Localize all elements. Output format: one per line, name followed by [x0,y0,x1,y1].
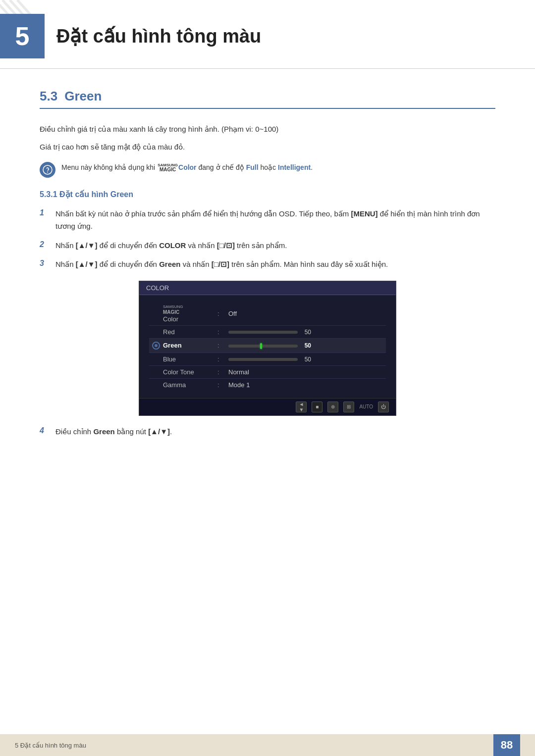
chapter-header: 5 Đặt cấu hình tông màu [0,0,535,69]
description-2: Giá trị cao hơn sẽ tăng mật độ của màu đ… [40,141,495,153]
slider-track-blue [228,358,298,361]
osd-value-magic: Off [228,310,386,317]
osd-label-magic: SAMSUNG MAGIC Color [163,304,217,323]
selection-indicator [152,341,160,350]
slider-num-green: 50 [305,342,311,349]
osd-buttons-bar: ◄▼ ■ ⊕ ⊞ AUTO ⏻ [139,398,396,415]
osd-value-red: 50 [228,328,386,336]
step-text-4: Điều chỉnh Green bằng nút [▲/▼]. [55,426,172,438]
svg-point-7 [155,344,158,347]
osd-btn-auto-label: AUTO [359,404,373,409]
subsection-heading: 5.3.1 Đặt cấu hình Green [40,190,495,199]
osd-btn-power: ⏻ [378,402,389,412]
note-text: Menu này không khả dụng khi SAMSUNGMAGIC… [61,162,313,173]
step-text-3: Nhấn [▲/▼] để di chuyển đến Green và nhấ… [55,258,388,271]
section-heading: 5.3 Green [40,89,495,109]
svg-point-5 [47,172,48,173]
chapter-number: 5 [0,14,45,58]
page-content: 5.3 Green Điều chỉnh giá trị của màu xan… [0,69,535,487]
osd-label-green: Green [163,342,217,349]
step-number-4: 4 [40,426,49,435]
description-1: Điều chỉnh giá trị của màu xanh lá cây t… [40,123,495,136]
steps-list-4: 4 Điều chỉnh Green bằng nút [▲/▼]. [40,426,495,438]
osd-label-red: Red [163,328,217,336]
section-number: 5.3 [40,89,57,104]
section-title: Green [64,89,102,104]
osd-screenshot: COLOR SAMSUNG MAGIC Color : Off Red : [139,281,396,416]
osd-value-green: 50 [228,342,386,349]
osd-row-color-tone: Color Tone : Normal [149,366,386,379]
slider-cursor-green [260,343,262,349]
osd-title: COLOR [139,281,396,295]
slider-num-blue: 50 [305,356,311,363]
osd-row-red: Red : 50 [149,326,386,339]
osd-row-gamma: Gamma : Mode 1 [149,379,386,391]
osd-row-blue: Blue : 50 [149,353,386,366]
steps-list: 1 Nhấn bất kỳ nút nào ở phía trước sản p… [40,208,495,271]
osd-body: SAMSUNG MAGIC Color : Off Red : 50 [139,295,396,398]
step-number-1: 1 [40,208,49,217]
osd-label-color-tone: Color Tone [163,368,217,376]
slider-num-red: 50 [305,329,311,336]
osd-value-color-tone: Normal [228,368,386,376]
osd-btn-back: ⊞ [343,402,354,412]
chapter-title: Đặt cấu hình tông màu [56,25,261,47]
note-icon [40,162,55,178]
slider-track-red [228,331,298,334]
osd-value-gamma: Mode 1 [228,381,386,389]
step-number-3: 3 [40,259,49,268]
footer-text: 5 Đặt cấu hình tông màu [15,742,86,749]
step-1: 1 Nhấn bất kỳ nút nào ở phía trước sản p… [40,208,495,233]
note-box: Menu này không khả dụng khi SAMSUNGMAGIC… [40,162,495,178]
osd-row-magic-color: SAMSUNG MAGIC Color : Off [149,302,386,326]
step-4: 4 Điều chỉnh Green bằng nút [▲/▼]. [40,426,495,438]
osd-label-gamma: Gamma [163,381,217,389]
osd-btn-down: ■ [312,402,322,412]
footer-page-number: 88 [493,734,520,756]
page-footer: 5 Đặt cấu hình tông màu 88 [0,734,535,756]
osd-btn-left: ◄▼ [296,402,307,412]
step-text-1: Nhấn bất kỳ nút nào ở phía trước sản phẩ… [55,208,495,233]
step-text-2: Nhấn [▲/▼] để di chuyển đến COLOR và nhấ… [55,240,287,252]
step-number-2: 2 [40,240,49,249]
osd-value-blue: 50 [228,355,386,363]
slider-track-green [228,345,298,348]
step-2: 2 Nhấn [▲/▼] để di chuyển đến COLOR và n… [40,240,495,252]
osd-btn-enter: ⊕ [327,402,338,412]
step-3: 3 Nhấn [▲/▼] để di chuyển đến Green và n… [40,258,495,271]
osd-row-icon-green [149,341,163,350]
osd-label-blue: Blue [163,355,217,363]
osd-row-green: Green : 50 [149,339,386,353]
svg-point-4 [43,165,52,174]
